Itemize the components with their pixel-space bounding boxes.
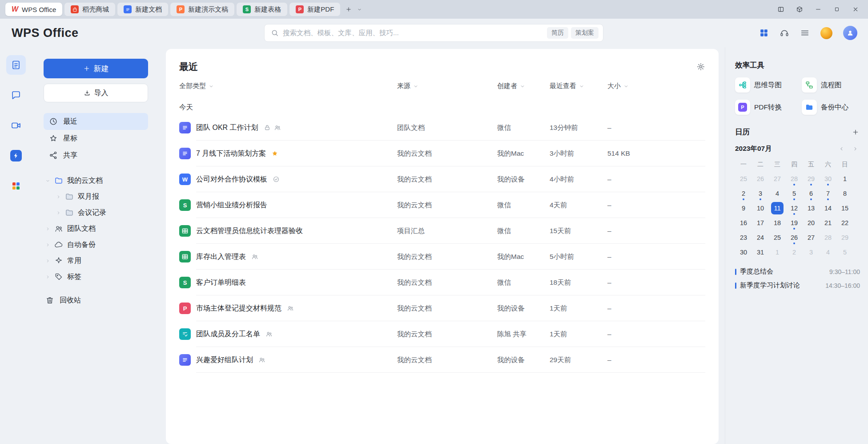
calendar-day[interactable]: 19 <box>786 215 803 230</box>
chevron-down-icon[interactable] <box>45 178 50 183</box>
file-row[interactable]: 团队成员及分工名单我的云文档陈旭 共享1天前– <box>179 321 705 347</box>
tree-item-bimonthly-report[interactable]: 双月报 <box>44 189 148 205</box>
file-row[interactable]: S客户订单明细表我的云文档微信18天前– <box>179 270 705 295</box>
calendar-day[interactable]: 28 <box>820 230 836 245</box>
filter-type[interactable]: 全部类型 <box>179 82 397 90</box>
calendar-day[interactable]: 7 <box>820 186 836 201</box>
filter-size[interactable]: 大小 <box>607 82 705 90</box>
minimize-button[interactable] <box>811 3 825 16</box>
calendar-day[interactable]: 5 <box>786 186 803 201</box>
file-row[interactable]: P市场主体登记提交材料规范我的云文档我的设备1天前– <box>179 295 705 321</box>
file-row[interactable]: S营销小组业绩分析报告我的云文档微信4天前– <box>179 192 705 218</box>
calendar-day[interactable]: 20 <box>803 215 820 230</box>
tab-wps-office[interactable]: WWPS Office <box>5 3 62 16</box>
tree-item-team-docs[interactable]: 团队文档 <box>44 221 148 237</box>
calendar-day[interactable]: 2 <box>735 186 752 201</box>
layout-toggle-button[interactable] <box>774 3 788 16</box>
chevron-right-icon[interactable] <box>45 258 50 263</box>
app-box-button[interactable] <box>792 3 807 16</box>
calendar-day[interactable]: 24 <box>752 230 769 245</box>
sidebar-item-starred[interactable]: 星标 <box>44 130 148 147</box>
new-button[interactable]: 新建 <box>44 59 148 78</box>
calendar-day[interactable]: 3 <box>752 186 769 201</box>
chevron-right-icon[interactable] <box>45 242 50 247</box>
tab-overflow-button[interactable] <box>357 7 362 12</box>
calendar-day[interactable]: 17 <box>752 215 769 230</box>
event-item[interactable]: 季度总结会9:30–11:00 <box>735 265 860 279</box>
calendar-day[interactable]: 15 <box>836 201 853 215</box>
tab-docer-mall[interactable]: 稻壳商城 <box>64 3 115 16</box>
calendar-day[interactable]: 5 <box>836 245 853 259</box>
tool-mindmap[interactable]: 思维导图 <box>735 77 802 93</box>
tab-new-sheet[interactable]: S新建表格 <box>237 3 287 16</box>
tab-new-doc[interactable]: 新建文档 <box>117 3 168 16</box>
calendar-day[interactable]: 21 <box>820 215 836 230</box>
rail-item-quick-tools[interactable] <box>6 146 26 165</box>
filter-source[interactable]: 来源 <box>397 82 497 90</box>
calendar-next-button[interactable] <box>852 146 858 152</box>
tab-new-pdf[interactable]: P新建PDF <box>289 3 340 16</box>
tab-new-ppt[interactable]: P新建演示文稿 <box>170 3 234 16</box>
calendar-day[interactable]: 29 <box>803 171 820 186</box>
calendar-day[interactable]: 31 <box>752 245 769 259</box>
calendar-day[interactable]: 13 <box>803 201 820 215</box>
search-bar[interactable]: 简历策划案 <box>264 24 603 42</box>
calendar-day[interactable]: 8 <box>836 186 853 201</box>
tree-item-meeting-notes[interactable]: 会议记录 <box>44 205 148 221</box>
calendar-day[interactable]: 2 <box>786 245 803 259</box>
calendar-day[interactable]: 27 <box>803 230 820 245</box>
tool-pdf-convert[interactable]: PPDF转换 <box>735 100 802 115</box>
file-row[interactable]: 团队 OKR 工作计划团队文档微信13分钟前– <box>179 115 705 141</box>
event-item[interactable]: 新季度学习计划讨论14:30–16:00 <box>735 279 860 292</box>
file-row[interactable]: W公司对外合作协议模板我的云文档我的设备4小时前– <box>179 166 705 192</box>
avatar[interactable] <box>843 26 857 40</box>
add-event-button[interactable] <box>852 129 859 136</box>
calendar-prev-button[interactable] <box>839 146 844 152</box>
filter-viewed[interactable]: 最近查看 <box>550 82 607 90</box>
search-tag[interactable]: 简历 <box>547 27 568 39</box>
file-row[interactable]: 7 月线下活动策划方案我的云文档我的Mac3小时前514 KB <box>179 141 705 166</box>
rail-item-meeting[interactable] <box>6 116 26 135</box>
calendar-day[interactable]: 22 <box>836 215 853 230</box>
calendar-day[interactable]: 23 <box>735 230 752 245</box>
calendar-day[interactable]: 1 <box>769 245 786 259</box>
list-settings-gear-icon[interactable] <box>696 62 705 71</box>
tree-item-tags[interactable]: 标签 <box>44 269 148 285</box>
rail-item-chat[interactable] <box>6 85 26 105</box>
file-row[interactable]: 云文档管理员信息统计表理器验收项目汇总微信15天前– <box>179 218 705 244</box>
tool-backup-center[interactable]: 备份中心 <box>802 100 861 115</box>
calendar-day[interactable]: 25 <box>769 230 786 245</box>
new-tab-button[interactable] <box>346 6 352 12</box>
filter-creator[interactable]: 创建者 <box>497 82 550 90</box>
calendar-day[interactable]: 26 <box>786 230 803 245</box>
calendar-day[interactable]: 11 <box>769 201 786 215</box>
app-grid-icon[interactable] <box>759 28 769 38</box>
global-menu-icon[interactable] <box>800 28 810 38</box>
search-input[interactable] <box>283 29 543 37</box>
calendar-day[interactable]: 18 <box>769 215 786 230</box>
calendar-day[interactable]: 14 <box>820 201 836 215</box>
tree-item-my-cloud[interactable]: 我的云文档 <box>44 173 148 189</box>
file-row[interactable]: 库存出入管理表我的云文档我的Mac5小时前– <box>179 244 705 270</box>
tree-item-auto-backup[interactable]: 自动备份 <box>44 237 148 253</box>
sidebar-item-shared[interactable]: 共享 <box>44 147 148 164</box>
file-row[interactable]: 兴趣爱好组队计划我的云文档我的设备29天前– <box>179 347 705 373</box>
sidebar-item-recent[interactable]: 最近 <box>44 113 148 130</box>
search-tag[interactable]: 策划案 <box>571 27 599 39</box>
rail-item-docs[interactable] <box>6 55 26 75</box>
calendar-day[interactable]: 30 <box>735 245 752 259</box>
calendar-day[interactable]: 3 <box>803 245 820 259</box>
chevron-right-icon[interactable] <box>45 226 50 231</box>
tool-flowchart[interactable]: 流程图 <box>802 77 861 93</box>
maximize-button[interactable] <box>830 3 844 16</box>
rail-item-apps[interactable] <box>6 176 26 196</box>
calendar-day[interactable]: 27 <box>769 171 786 186</box>
chevron-right-icon[interactable] <box>45 274 50 279</box>
calendar-day[interactable]: 6 <box>803 186 820 201</box>
member-icon[interactable] <box>820 27 832 39</box>
calendar-day[interactable]: 30 <box>820 171 836 186</box>
support-icon[interactable] <box>780 28 789 38</box>
sidebar-item-trash[interactable]: 回收站 <box>44 292 148 309</box>
calendar-day[interactable]: 4 <box>820 245 836 259</box>
calendar-day[interactable]: 9 <box>735 201 752 215</box>
